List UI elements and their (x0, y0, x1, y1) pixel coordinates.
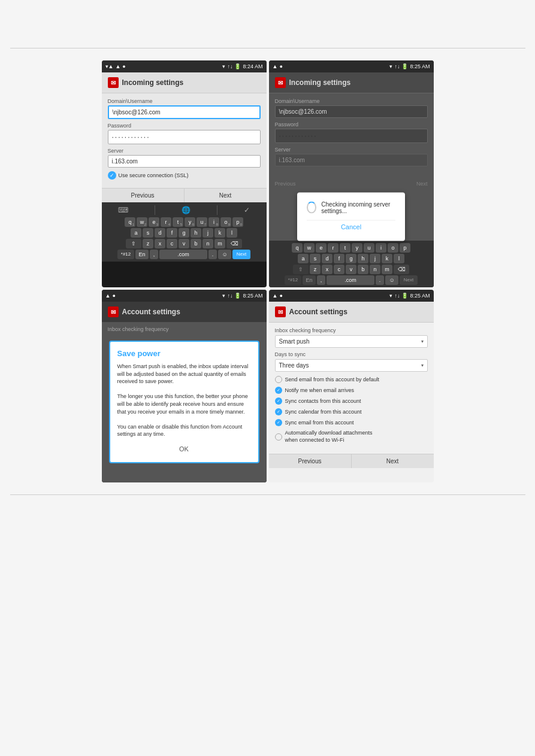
key-l[interactable]: l (226, 228, 237, 238)
option4-checkbox[interactable]: ✓ (275, 408, 282, 415)
ok-button[interactable]: OK (117, 443, 251, 455)
key-emoji[interactable]: ☺ (218, 250, 231, 259)
keyboard-layout-icon[interactable]: ⌨ (113, 205, 133, 215)
key-b[interactable]: b (191, 239, 201, 248)
key-z[interactable]: z (143, 239, 153, 248)
key-n[interactable]: n (202, 239, 213, 248)
key2-comma[interactable]: , (317, 275, 325, 285)
option5-checkbox[interactable]: ✓ (275, 419, 282, 426)
key2-p[interactable]: p (400, 243, 410, 253)
key-e[interactable]: e3 (149, 217, 159, 227)
password2-input[interactable]: ············ (275, 129, 428, 143)
option2-checkbox[interactable]: ✓ (275, 387, 282, 394)
key-h[interactable]: h (191, 228, 201, 238)
key2-u[interactable]: u (364, 243, 374, 253)
key2-x[interactable]: x (322, 265, 333, 274)
key2-t[interactable]: t (340, 243, 350, 253)
key2-l[interactable]: l (394, 254, 404, 263)
option3-row[interactable]: ✓ Sync contacts from this account (275, 397, 428, 405)
domain2-input[interactable]: \njbsoc@126.com (275, 105, 428, 118)
key2-q[interactable]: q (292, 243, 303, 253)
key2-b[interactable]: b (358, 265, 368, 274)
key2-del[interactable]: ⌫ (394, 265, 409, 274)
screen4-next-button[interactable]: Next (352, 454, 434, 468)
server-input[interactable]: i.163.com (108, 155, 261, 168)
key2-i[interactable]: i (376, 243, 386, 253)
key-j[interactable]: j (202, 228, 213, 238)
option6-checkbox[interactable] (275, 433, 282, 441)
key-enter[interactable]: Next (232, 250, 250, 259)
key-lang[interactable]: En (135, 250, 149, 259)
option3-checkbox[interactable]: ✓ (275, 397, 282, 405)
key-del[interactable]: ⌫ (226, 239, 242, 248)
key-m[interactable]: m (214, 239, 225, 248)
key2-f[interactable]: f (334, 254, 344, 263)
key2-s[interactable]: s (310, 254, 321, 263)
key-a[interactable]: a (131, 228, 141, 238)
key-q[interactable]: q1 (125, 217, 135, 227)
key2-shift[interactable]: ⇧ (293, 265, 309, 274)
key-p[interactable]: p0 (232, 217, 243, 227)
key-w[interactable]: w2 (137, 217, 147, 227)
key-v[interactable]: v (179, 239, 189, 248)
option1-row[interactable]: Send email from this account by default (275, 375, 428, 384)
option5-row[interactable]: ✓ Sync email from this account (275, 418, 428, 427)
key-k[interactable]: k (214, 228, 225, 238)
key2-a[interactable]: a (298, 254, 309, 263)
key-t[interactable]: t5 (173, 217, 183, 227)
key2-r[interactable]: r (328, 243, 338, 253)
key2-v[interactable]: v (346, 265, 356, 274)
domain-input[interactable]: \njbsoc@126.com (108, 105, 261, 119)
key-y[interactable]: y6 (185, 217, 195, 227)
key2-j[interactable]: j (370, 254, 380, 263)
key2-n[interactable]: n (370, 265, 380, 274)
cancel-button[interactable]: Cancel (307, 220, 395, 233)
option6-row[interactable]: Automatically download attachments when … (275, 429, 428, 444)
screen1-next-button[interactable]: Next (185, 189, 267, 202)
key2-e[interactable]: e (316, 243, 327, 253)
key2-sym[interactable]: *#12 (285, 275, 301, 285)
key-d[interactable]: d (155, 228, 165, 238)
ssl-checkbox[interactable]: ✓ (108, 171, 116, 180)
key2-w[interactable]: w (304, 243, 315, 253)
key2-g[interactable]: g (346, 254, 356, 263)
key-r[interactable]: r4 (161, 217, 171, 227)
option2-row[interactable]: ✓ Notify me when email arrives (275, 386, 428, 394)
key2-h[interactable]: h (358, 254, 368, 263)
key-s[interactable]: s (143, 228, 153, 238)
key-space[interactable]: .com (159, 250, 207, 259)
key2-space[interactable]: .com (327, 275, 374, 285)
key-f[interactable]: f (167, 228, 177, 238)
key-u[interactable]: u7 (197, 217, 207, 227)
key-o[interactable]: o9 (220, 217, 231, 227)
status-left-icons: ▾▲ ▲ ● (105, 63, 126, 69)
key2-c[interactable]: c (334, 265, 344, 274)
option4-row[interactable]: ✓ Sync calendar from this account (275, 408, 428, 416)
key-shift[interactable]: ⇧ (126, 239, 141, 248)
key-g[interactable]: g (179, 228, 189, 238)
key2-enter[interactable]: Next (400, 275, 418, 285)
key2-k[interactable]: k (382, 254, 392, 263)
key2-z[interactable]: z (310, 265, 321, 274)
screen4-prev-button[interactable]: Previous (269, 454, 352, 468)
key-x[interactable]: x (155, 239, 165, 248)
password-input[interactable]: ············ (108, 130, 261, 144)
key2-d[interactable]: d (322, 254, 333, 263)
key2-emoji[interactable]: ☺ (385, 275, 398, 285)
key-comma[interactable]: , (150, 250, 158, 259)
option1-checkbox[interactable] (275, 376, 282, 383)
key-sym[interactable]: *#12 (117, 250, 134, 259)
days-dropdown[interactable]: Three days ▾ (275, 359, 428, 372)
key2-y[interactable]: y (352, 243, 362, 253)
key-c[interactable]: c (167, 239, 177, 248)
screen1-prev-button[interactable]: Previous (102, 189, 185, 202)
key2-m[interactable]: m (382, 265, 392, 274)
keyboard-globe-icon[interactable]: 🌐 (177, 205, 195, 215)
keyboard-check-icon[interactable]: ✓ (239, 205, 255, 215)
key-dot[interactable]: . (208, 250, 217, 259)
freq-dropdown[interactable]: Smart push ▾ (275, 335, 428, 348)
key2-dot[interactable]: . (376, 275, 384, 285)
key-i[interactable]: i8 (208, 217, 219, 227)
key2-o[interactable]: o (388, 243, 398, 253)
key2-lang[interactable]: En (303, 275, 316, 285)
